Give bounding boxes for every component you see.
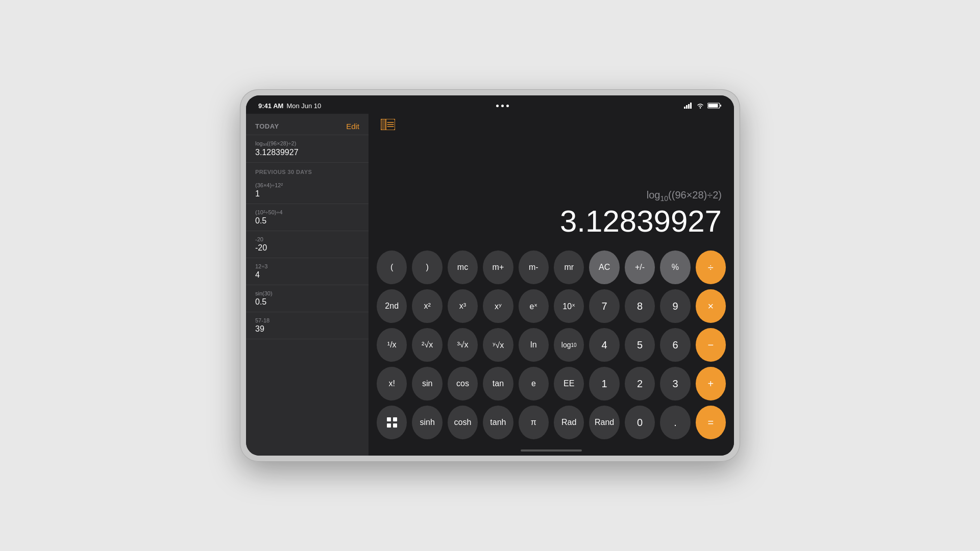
calc-expression: log10((96×28)÷2) [647,189,722,203]
btn-plus-minus[interactable]: +/- [625,251,655,284]
btn-add[interactable]: + [696,367,726,400]
home-indicator [369,445,734,456]
btn-m-minus[interactable]: m- [519,251,549,284]
btn-tanh[interactable]: tanh [483,406,513,439]
btn-7[interactable]: 7 [589,289,619,323]
btn-8[interactable]: 8 [625,289,655,323]
btn-5[interactable]: 5 [625,328,655,362]
btn-row-1: ( ) mc m+ m- mr AC +/- % ÷ [377,251,726,284]
btn-x3[interactable]: x³ [448,289,478,323]
btn-mr[interactable]: mr [554,251,584,284]
btn-4[interactable]: 4 [589,328,619,362]
btn-grid[interactable] [377,406,407,439]
btn-mc[interactable]: mc [448,251,478,284]
btn-cosh[interactable]: cosh [448,406,478,439]
status-bar: 9:41 AM Mon Jun 10 [246,95,734,114]
btn-row-4: x! sin cos tan e EE 1 2 3 + [377,367,726,400]
svg-rect-2 [688,104,690,109]
btn-ex[interactable]: eˣ [519,289,549,323]
btn-multiply[interactable]: × [696,289,726,323]
status-icons [684,102,722,109]
btn-tan[interactable]: tan [483,367,513,400]
calc-toolbar [369,114,734,136]
btn-equals[interactable]: = [696,406,726,439]
ipad-screen: 9:41 AM Mon Jun 10 [246,95,734,456]
history-result-3: 4 [255,270,359,280]
btn-3sqrtx[interactable]: ³√x [448,328,478,362]
history-result-4: 0.5 [255,297,359,307]
btn-sin[interactable]: sin [412,367,442,400]
btn-subtract[interactable]: − [696,328,726,362]
calc-display: log10((96×28)÷2) 3.12839927 [369,136,734,246]
sidebar-toggle-button[interactable] [379,117,397,134]
history-result-2: -20 [255,243,359,253]
svg-point-4 [700,107,701,108]
history-result-0: 1 [255,189,359,198]
history-item-3[interactable]: 12÷3 4 [246,258,369,285]
btn-xfact[interactable]: x! [377,367,407,400]
history-item-2[interactable]: -20 -20 [246,231,369,258]
svg-rect-14 [387,417,391,421]
btn-2[interactable]: 2 [625,367,655,400]
status-date: Mon Jun 10 [286,102,321,110]
grid-icon [386,417,398,428]
sidebar-header: TODAY Edit [246,114,369,135]
battery-icon [707,102,722,109]
btn-ysqrtx[interactable]: ʸ√x [483,328,513,362]
btn-row-3: ¹/x ²√x ³√x ʸ√x ln log10 4 5 6 − [377,328,726,362]
btn-close-paren[interactable]: ) [412,251,442,284]
btn-rad[interactable]: Rad [554,406,584,439]
btn-ee[interactable]: EE [554,367,584,400]
btn-cos[interactable]: cos [448,367,478,400]
dot1 [496,105,499,107]
btn-ac[interactable]: AC [589,251,619,284]
prev30-label: PREVIOUS 30 DAYS [246,163,369,177]
sidebar-icon [381,119,395,130]
wifi-icon [696,103,704,109]
btn-2sqrtx[interactable]: ²√x [412,328,442,362]
btn-1[interactable]: 1 [589,367,619,400]
status-center [496,105,509,107]
main-content: TODAY Edit log₁₀((96×28)÷2) 3.12839927 P… [246,114,734,456]
btn-log10[interactable]: log10 [554,328,584,362]
edit-button[interactable]: Edit [346,122,359,131]
btn-9[interactable]: 9 [660,289,690,323]
history-item-5[interactable]: 57-18 39 [246,312,369,339]
btn-divide[interactable]: ÷ [696,251,726,284]
history-expr-4: sin(30) [255,290,359,296]
btn-e[interactable]: e [519,367,549,400]
history-expr-3: 12÷3 [255,263,359,269]
history-result-1: 0.5 [255,216,359,226]
btn-ln[interactable]: ln [519,328,549,362]
btn-m-plus[interactable]: m+ [483,251,513,284]
ipad-frame: 9:41 AM Mon Jun 10 [240,89,740,462]
btn-rand[interactable]: Rand [589,406,619,439]
btn-10x[interactable]: 10ˣ [554,289,584,323]
btn-0[interactable]: 0 [625,406,655,439]
btn-decimal[interactable]: . [660,406,690,439]
history-item-4[interactable]: sin(30) 0.5 [246,285,369,312]
history-expr-5: 57-18 [255,317,359,323]
btn-percent[interactable]: % [660,251,690,284]
history-item-0[interactable]: (36×4)÷12² 1 [246,177,369,204]
svg-rect-17 [393,423,397,428]
calc-buttons: ( ) mc m+ m- mr AC +/- % ÷ 2nd x² [369,246,734,445]
svg-rect-1 [686,105,688,109]
btn-1x[interactable]: ¹/x [377,328,407,362]
history-expr-2: -20 [255,236,359,242]
btn-open-paren[interactable]: ( [377,251,407,284]
history-item-1[interactable]: (10²÷50)÷4 0.5 [246,204,369,231]
history-expr-0: (36×4)÷12² [255,182,359,188]
sidebar: TODAY Edit log₁₀((96×28)÷2) 3.12839927 P… [246,114,369,456]
dot3 [506,105,509,107]
history-item-today[interactable]: log₁₀((96×28)÷2) 3.12839927 [246,135,369,163]
calculator-area: log10((96×28)÷2) 3.12839927 ( ) mc m+ m-… [369,114,734,456]
btn-x2[interactable]: x² [412,289,442,323]
btn-3[interactable]: 3 [660,367,690,400]
btn-6[interactable]: 6 [660,328,690,362]
svg-rect-3 [690,103,692,109]
btn-sinh[interactable]: sinh [412,406,442,439]
btn-xy[interactable]: xʸ [483,289,513,323]
btn-pi[interactable]: π [519,406,549,439]
btn-2nd[interactable]: 2nd [377,289,407,323]
